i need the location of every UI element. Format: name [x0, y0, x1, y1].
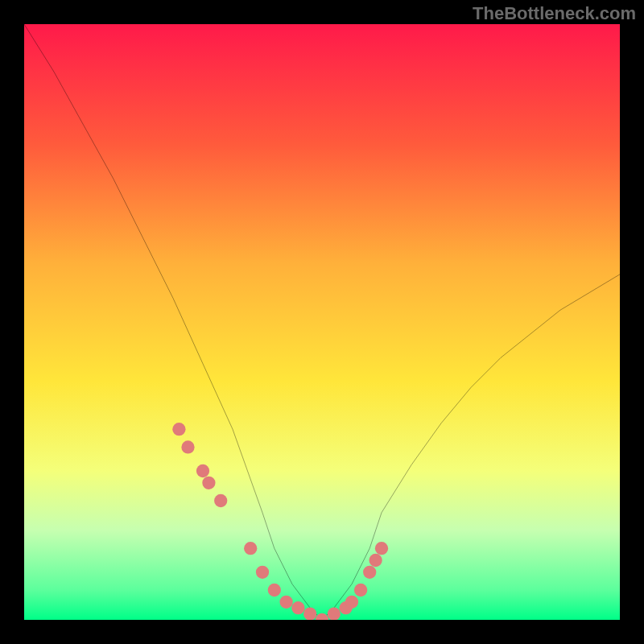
marker-point [172, 423, 185, 436]
marker-point [279, 596, 292, 609]
marker-point [196, 464, 209, 477]
marker-point [375, 542, 388, 555]
marker-points [172, 423, 388, 620]
marker-point [316, 613, 328, 620]
marker-point [303, 607, 316, 620]
marker-point [256, 566, 269, 579]
marker-point [214, 494, 227, 507]
marker-point [181, 440, 194, 453]
marker-point [268, 584, 281, 597]
bottleneck-curve [24, 24, 620, 620]
marker-point [369, 554, 382, 567]
watermark-text: TheBottleneck.com [473, 3, 636, 24]
marker-point [363, 566, 376, 579]
chart-plot-area [24, 24, 620, 620]
marker-point [291, 601, 304, 614]
marker-point [345, 596, 358, 609]
marker-point [202, 477, 215, 489]
marker-point [244, 542, 257, 555]
marker-point [354, 584, 367, 597]
marker-point [328, 607, 341, 620]
chart-svg [24, 24, 620, 620]
